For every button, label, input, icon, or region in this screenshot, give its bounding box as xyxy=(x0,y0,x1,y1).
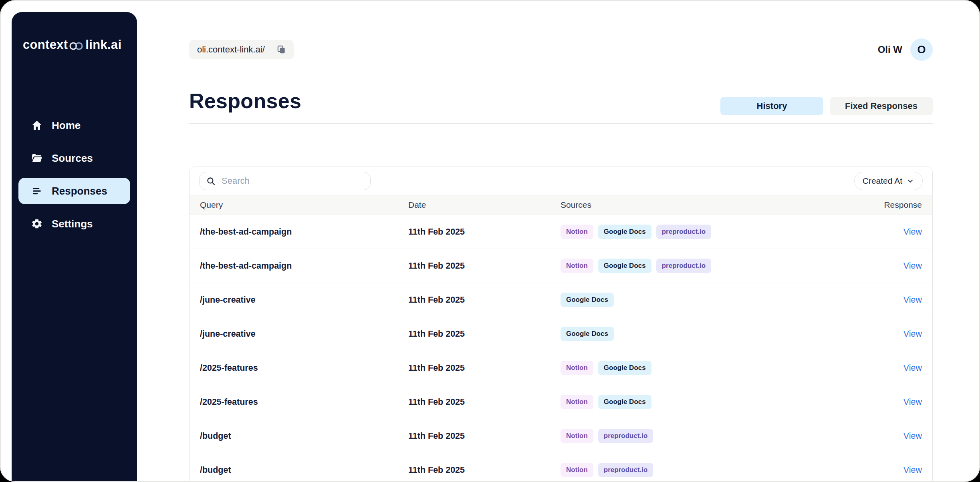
table-row: /the-best-ad-campaign 11th Feb 2025 Noti… xyxy=(190,249,932,283)
row-query: /2025-features xyxy=(200,397,408,407)
user-menu[interactable]: Oli W O xyxy=(878,38,933,61)
source-badge: Google Docs xyxy=(561,327,614,341)
view-link[interactable]: View xyxy=(903,261,922,271)
source-badge: Notion xyxy=(561,361,593,375)
source-badge: Google Docs xyxy=(598,361,651,375)
row-query: /the-best-ad-campaign xyxy=(200,227,408,237)
sidebar-item-sources[interactable]: Sources xyxy=(18,145,130,171)
gear-icon xyxy=(31,218,43,230)
source-badge: Google Docs xyxy=(561,293,614,307)
row-date: 11th Feb 2025 xyxy=(408,465,561,475)
page-title: Responses xyxy=(189,89,301,113)
row-date: 11th Feb 2025 xyxy=(408,363,561,373)
brand-name-left: context xyxy=(23,38,68,52)
table-body: /the-best-ad-campaign 11th Feb 2025 Noti… xyxy=(190,215,932,482)
row-date: 11th Feb 2025 xyxy=(408,227,561,237)
row-response-cell: View xyxy=(870,329,922,339)
row-sources: Notionpreproduct.io xyxy=(561,429,870,443)
row-query: /june-creative xyxy=(200,295,408,305)
source-badge: preproduct.io xyxy=(598,429,653,443)
chain-link-icon xyxy=(67,40,87,52)
source-badge: Notion xyxy=(561,395,593,409)
view-link[interactable]: View xyxy=(903,397,922,407)
row-query: /2025-features xyxy=(200,363,408,373)
sidebar-item-settings[interactable]: Settings xyxy=(18,211,130,237)
table-row: /the-best-ad-campaign 11th Feb 2025 Noti… xyxy=(190,215,932,249)
workspace-url: oli.context-link.ai/ xyxy=(197,44,265,55)
tab-label: History xyxy=(757,101,787,111)
source-badge: Notion xyxy=(561,429,593,443)
tab-fixed-responses[interactable]: Fixed Responses xyxy=(830,97,933,115)
row-response-cell: View xyxy=(870,363,922,373)
sort-created-at-button[interactable]: Created At xyxy=(854,172,923,190)
view-link[interactable]: View xyxy=(903,329,922,339)
row-sources: Notionpreproduct.io xyxy=(561,463,870,477)
list-icon xyxy=(31,185,43,197)
table-row: /budget 11th Feb 2025 Notionpreproduct.i… xyxy=(190,453,932,482)
table-row: /budget 11th Feb 2025 Notionpreproduct.i… xyxy=(190,419,932,453)
column-header-sources: Sources xyxy=(561,200,870,210)
home-icon xyxy=(31,119,43,131)
row-response-cell: View xyxy=(870,295,922,305)
column-header-date: Date xyxy=(408,200,561,210)
folder-icon xyxy=(31,152,43,164)
table-row: /2025-features 11th Feb 2025 NotionGoogl… xyxy=(190,385,932,419)
view-link[interactable]: View xyxy=(903,363,922,373)
main-content: oli.context-link.ai/ Oli W O Responses H… xyxy=(137,1,979,481)
row-query: /budget xyxy=(200,431,408,441)
tab-label: Fixed Responses xyxy=(845,101,917,111)
row-response-cell: View xyxy=(870,397,922,407)
view-link[interactable]: View xyxy=(903,431,922,441)
search-input[interactable] xyxy=(222,176,364,186)
search-icon xyxy=(206,176,216,186)
row-response-cell: View xyxy=(870,261,922,271)
table-row: /june-creative 11th Feb 2025 Google Docs… xyxy=(190,317,932,351)
table-row: /june-creative 11th Feb 2025 Google Docs… xyxy=(190,283,932,317)
avatar-initial: O xyxy=(917,44,926,56)
row-response-cell: View xyxy=(870,431,922,441)
topbar: oli.context-link.ai/ Oli W O xyxy=(189,38,933,61)
copy-icon[interactable] xyxy=(276,44,286,55)
table-header: Query Date Sources Response xyxy=(190,195,932,215)
source-badge: Notion xyxy=(561,225,593,239)
row-response-cell: View xyxy=(870,465,922,475)
sidebar-item-label: Home xyxy=(52,119,81,132)
source-badge: Google Docs xyxy=(598,259,651,273)
source-badge: Google Docs xyxy=(598,225,651,239)
workspace-url-pill[interactable]: oli.context-link.ai/ xyxy=(189,40,294,59)
page-heading-row: Responses History Fixed Responses xyxy=(189,89,933,124)
sidebar-nav: Home Sources Responses Settings xyxy=(12,112,137,237)
tab-history[interactable]: History xyxy=(720,97,823,115)
view-link[interactable]: View xyxy=(903,295,922,305)
view-link[interactable]: View xyxy=(903,227,922,237)
source-badge: Google Docs xyxy=(598,395,651,409)
card-toolbar: Created At xyxy=(190,167,932,195)
response-tabs: History Fixed Responses xyxy=(720,97,933,115)
sort-label: Created At xyxy=(863,176,902,186)
row-sources: NotionGoogle Docs xyxy=(561,361,870,375)
source-badge: Notion xyxy=(561,463,593,477)
row-date: 11th Feb 2025 xyxy=(408,295,561,305)
brand-logo: context link.ai xyxy=(23,38,137,52)
search-box[interactable] xyxy=(199,172,371,190)
user-name: Oli W xyxy=(878,44,902,55)
sidebar-item-label: Settings xyxy=(52,218,93,230)
row-sources: Google Docs xyxy=(561,327,870,341)
source-badge: preproduct.io xyxy=(598,463,653,477)
brand-name-right: link.ai xyxy=(85,38,121,52)
row-query: /the-best-ad-campaign xyxy=(200,261,408,271)
sidebar-item-label: Sources xyxy=(52,152,93,165)
sidebar-item-home[interactable]: Home xyxy=(18,112,130,139)
sidebar-item-responses[interactable]: Responses xyxy=(18,178,130,204)
row-query: /june-creative xyxy=(200,329,408,339)
row-sources: NotionGoogle Docspreproduct.io xyxy=(561,225,870,239)
row-date: 11th Feb 2025 xyxy=(408,329,561,339)
view-link[interactable]: View xyxy=(903,465,922,475)
avatar[interactable]: O xyxy=(910,38,933,61)
sidebar-item-label: Responses xyxy=(52,185,107,197)
row-date: 11th Feb 2025 xyxy=(408,261,561,271)
source-badge: preproduct.io xyxy=(656,259,712,273)
sidebar: context link.ai Home Sources Responses S… xyxy=(12,12,137,481)
column-header-response: Response xyxy=(870,200,922,210)
source-badge: Notion xyxy=(561,259,593,273)
